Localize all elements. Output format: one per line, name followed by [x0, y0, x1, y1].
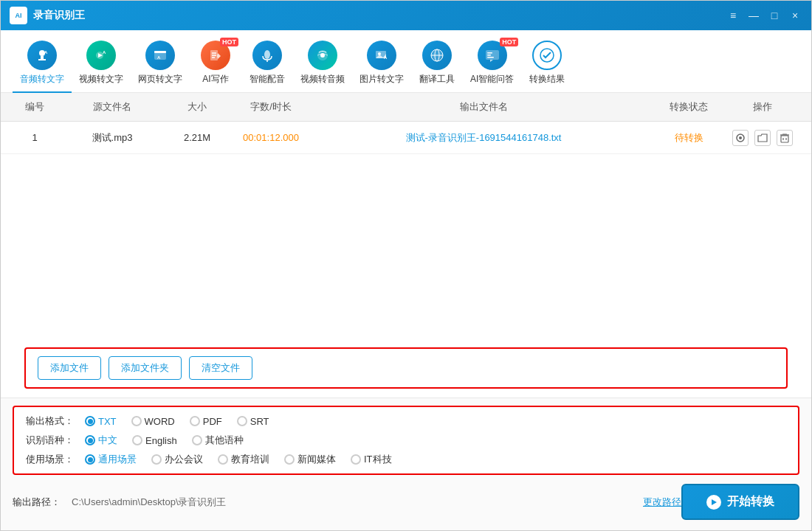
- svg-rect-30: [487, 57, 494, 58]
- svg-text:A: A: [157, 55, 161, 60]
- nav-label-writing: AI写作: [202, 73, 228, 86]
- lang-en[interactable]: English: [132, 435, 177, 446]
- col-header-source: 源文件名: [57, 93, 168, 121]
- nav-label-web: 网页转文字: [138, 73, 182, 86]
- language-label: 识别语种：: [26, 434, 85, 447]
- svg-rect-39: [782, 133, 787, 135]
- format-pdf-label: PDF: [203, 416, 222, 427]
- scene-news-label: 新闻媒体: [297, 453, 336, 466]
- svg-rect-29: [487, 55, 491, 56]
- dubbing-icon: [252, 41, 282, 70]
- nav-item-translate[interactable]: 翻译工具: [411, 36, 463, 93]
- table-body: 1 测试.mp3 2.21M 00:01:12.000 测试-录音识别王-169…: [1, 122, 811, 336]
- nav-item-video-to-text[interactable]: A 视频转文字: [72, 36, 131, 93]
- start-btn-label: 开始转换: [727, 494, 774, 510]
- add-folder-button[interactable]: 添加文件夹: [109, 356, 182, 380]
- output-format-label: 输出格式：: [26, 414, 85, 428]
- clear-files-button[interactable]: 清空文件: [189, 356, 252, 380]
- radio-zh: [85, 435, 95, 445]
- nav-item-video-audio[interactable]: 视频转音频: [293, 36, 352, 93]
- video-audio-icon: [308, 41, 337, 70]
- radio-other: [192, 435, 202, 445]
- radio-general: [85, 454, 95, 465]
- lang-zh-label: 中文: [98, 434, 117, 447]
- lang-zh[interactable]: 中文: [85, 434, 117, 447]
- translate-icon: [422, 41, 452, 70]
- radio-office: [151, 454, 162, 465]
- audio-icon: A: [27, 41, 57, 70]
- cell-size: 2.21M: [168, 126, 227, 149]
- nav-item-ai-qa[interactable]: HOT AI智能问答: [463, 36, 521, 93]
- minimize-button[interactable]: —: [746, 8, 761, 23]
- svg-rect-28: [487, 52, 492, 54]
- language-row: 识别语种： 中文 English 其他语种: [26, 434, 786, 447]
- lang-en-label: English: [145, 435, 177, 446]
- video-icon: A: [86, 41, 116, 70]
- scene-edu[interactable]: 教育培训: [218, 453, 269, 466]
- preview-icon[interactable]: [732, 130, 749, 146]
- radio-word: [131, 416, 142, 426]
- nav-item-image-text[interactable]: A 图片转文字: [352, 36, 411, 93]
- cell-actions: [726, 124, 799, 152]
- settings-section: 输出格式： TXT WORD PDF: [1, 398, 811, 530]
- format-txt[interactable]: TXT: [85, 416, 117, 427]
- folder-icon[interactable]: [754, 130, 771, 146]
- cell-num: 1: [13, 126, 57, 149]
- svg-text:A: A: [44, 50, 48, 55]
- change-path-link[interactable]: 更改路径: [643, 496, 681, 509]
- more-button[interactable]: ≡: [726, 8, 740, 23]
- hot-badge-ai-writing: HOT: [220, 38, 238, 46]
- nav-label-video: 视频转文字: [79, 73, 123, 86]
- restore-button[interactable]: □: [767, 8, 782, 23]
- svg-rect-2: [38, 59, 46, 60]
- nav-label-translate: 翻译工具: [419, 73, 455, 86]
- radio-news: [284, 454, 295, 465]
- nav-item-result[interactable]: 转换结果: [521, 36, 573, 93]
- format-word[interactable]: WORD: [131, 416, 175, 427]
- scene-office[interactable]: 办公会议: [151, 453, 203, 466]
- svg-point-34: [739, 136, 742, 139]
- radio-edu: [218, 454, 228, 465]
- nav-item-ai-writing[interactable]: HOT AI写作: [190, 36, 241, 93]
- nav-item-audio-to-text[interactable]: A 音频转文字: [13, 36, 72, 93]
- col-header-status: 转换状态: [652, 93, 726, 121]
- cell-source: 测试.mp3: [57, 125, 168, 150]
- col-header-size: 大小: [168, 93, 227, 121]
- path-label: 输出路径：: [13, 496, 72, 509]
- lang-other[interactable]: 其他语种: [192, 434, 244, 447]
- radio-en: [132, 435, 142, 445]
- title-bar: AI 录音识别王 ≡ — □ ×: [1, 1, 811, 30]
- svg-text:A: A: [384, 55, 388, 60]
- cell-duration: 00:01:12.000: [227, 126, 315, 149]
- format-txt-label: TXT: [98, 416, 117, 427]
- close-button[interactable]: ×: [788, 8, 802, 23]
- nav-item-dubbing[interactable]: 智能配音: [241, 36, 293, 93]
- format-srt[interactable]: SRT: [237, 416, 269, 427]
- delete-icon[interactable]: [777, 130, 793, 146]
- radio-txt: [85, 416, 95, 426]
- settings-grid: 输出格式： TXT WORD PDF: [13, 406, 799, 475]
- file-actions: 添加文件 添加文件夹 清空文件: [24, 347, 788, 389]
- add-file-button[interactable]: 添加文件: [38, 356, 101, 380]
- nav-label-qa: AI智能问答: [470, 73, 514, 86]
- scene-news[interactable]: 新闻媒体: [284, 453, 336, 466]
- scene-office-label: 办公会议: [165, 453, 203, 466]
- scene-general[interactable]: 通用场景: [85, 453, 137, 466]
- file-table: 编号 源文件名 大小 字数/时长 输出文件名 转换状态 操作 1 测试.mp3 …: [1, 93, 811, 336]
- scene-it[interactable]: IT科技: [351, 453, 392, 466]
- col-header-action: 操作: [726, 93, 799, 121]
- svg-text:A: A: [103, 50, 106, 55]
- output-format-options: TXT WORD PDF SRT: [85, 416, 269, 427]
- svg-rect-35: [781, 136, 788, 142]
- app-window: AI 录音识别王 ≡ — □ × A 音频转文字 A 视频转文字 A: [0, 0, 812, 531]
- radio-srt: [237, 416, 247, 426]
- scene-edu-label: 教育培训: [231, 453, 269, 466]
- format-pdf[interactable]: PDF: [190, 416, 222, 427]
- svg-rect-8: [154, 51, 166, 53]
- scene-it-label: IT科技: [364, 453, 392, 466]
- col-header-output: 输出文件名: [315, 93, 652, 121]
- start-convert-button[interactable]: 开始转换: [681, 484, 799, 520]
- nav-label-image: 图片转文字: [359, 73, 404, 86]
- nav-item-web-to-text[interactable]: A 网页转文字: [131, 36, 190, 93]
- nav-label-result: 转换结果: [529, 73, 565, 86]
